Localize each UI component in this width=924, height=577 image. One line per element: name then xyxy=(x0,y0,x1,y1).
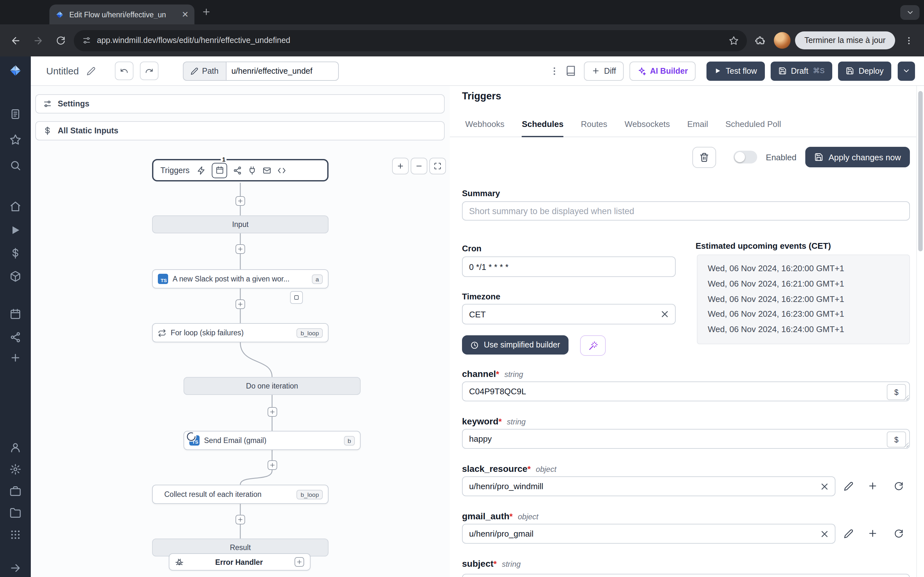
edit-resource-button[interactable] xyxy=(840,525,857,542)
triggers-node[interactable]: Triggers 1 xyxy=(152,159,328,181)
route-trigger-icon[interactable] xyxy=(233,166,242,175)
add-error-handler-button[interactable] xyxy=(294,557,304,567)
webhook-trigger-icon[interactable] xyxy=(197,166,206,175)
panel-scrollbar[interactable] xyxy=(916,86,924,577)
address-bar[interactable]: app.windmill.dev/flows/edit/u/henri/effe… xyxy=(74,30,746,51)
reload-button[interactable] xyxy=(51,31,69,49)
add-resource-button[interactable] xyxy=(864,478,881,494)
cron-input[interactable] xyxy=(462,256,676,277)
extensions-button[interactable] xyxy=(751,31,769,49)
input-node[interactable]: Input xyxy=(152,215,328,234)
refresh-resource-button[interactable] xyxy=(890,525,907,542)
new-tab-button[interactable] xyxy=(202,7,211,17)
deploy-dropdown-button[interactable] xyxy=(898,61,915,81)
tab-schedules[interactable]: Schedules xyxy=(522,111,564,137)
sidebar-item-add[interactable] xyxy=(10,352,21,364)
insert-step-button[interactable] xyxy=(268,407,277,417)
ai-builder-button[interactable]: AI Builder xyxy=(630,61,696,81)
browser-update-button[interactable]: Terminer la mise à jour xyxy=(795,31,895,49)
delete-schedule-button[interactable] xyxy=(692,147,716,168)
undo-button[interactable] xyxy=(115,61,134,80)
error-handler-node[interactable]: Error Handler xyxy=(169,553,310,571)
apply-changes-button[interactable]: Apply changes now xyxy=(806,147,910,167)
path-input[interactable] xyxy=(226,61,338,81)
sidebar-item-variables[interactable] xyxy=(10,247,21,259)
collect-result-node[interactable]: Collect result of each iteration b_loop xyxy=(152,485,328,504)
simplified-builder-button[interactable]: Use simplified builder xyxy=(462,335,569,355)
docs-button[interactable] xyxy=(565,65,577,76)
test-flow-button[interactable]: Test flow xyxy=(706,61,764,81)
sidebar-item-account[interactable] xyxy=(10,442,21,453)
sidebar-item-home[interactable] xyxy=(10,201,21,212)
timezone-input[interactable] xyxy=(462,304,676,324)
forloop-node[interactable]: For loop (skip failures) b_loop xyxy=(152,323,328,342)
sidebar-expand-button[interactable] xyxy=(10,562,21,574)
zoom-in-button[interactable] xyxy=(392,158,409,174)
site-settings-icon[interactable] xyxy=(82,36,91,45)
email-trigger-icon[interactable] xyxy=(263,166,272,175)
tab-email[interactable]: Email xyxy=(687,111,708,137)
insert-step-button[interactable] xyxy=(236,244,245,254)
edit-resource-button[interactable] xyxy=(840,478,857,494)
refresh-resource-button[interactable] xyxy=(890,478,907,494)
sidebar-item-apps[interactable] xyxy=(10,529,21,540)
more-options-button[interactable] xyxy=(549,66,560,76)
scrollbar-thumb[interactable] xyxy=(918,91,923,251)
poll-trigger-icon[interactable] xyxy=(278,166,286,175)
browser-tab[interactable]: Edit Flow u/henri/effective_un ✕ xyxy=(49,5,194,24)
path-button[interactable]: Path xyxy=(183,61,226,81)
edit-title-button[interactable] xyxy=(87,66,95,75)
insert-variable-button[interactable]: $ xyxy=(887,432,906,448)
sidebar-item-folders[interactable] xyxy=(10,507,21,519)
back-button[interactable] xyxy=(6,31,24,49)
windmill-logo[interactable] xyxy=(8,63,23,77)
tab-websockets[interactable]: Websockets xyxy=(625,111,670,137)
insert-step-button[interactable] xyxy=(236,300,245,309)
insert-variable-button[interactable]: $ xyxy=(887,384,906,400)
send-email-node[interactable]: TS Send Email (gmail) b xyxy=(184,431,360,450)
subject-input[interactable] xyxy=(462,574,910,577)
tab-routes[interactable]: Routes xyxy=(581,111,607,137)
zoom-out-button[interactable] xyxy=(411,158,427,174)
sidebar-item-workspace[interactable] xyxy=(10,485,21,497)
browser-menu-button[interactable] xyxy=(900,31,918,49)
add-resource-button[interactable] xyxy=(864,525,881,542)
tab-webhooks[interactable]: Webhooks xyxy=(465,111,504,137)
forward-button[interactable] xyxy=(29,31,47,49)
slack-resource-input[interactable] xyxy=(462,476,835,496)
draft-button[interactable]: Draft ⌘S xyxy=(771,61,832,81)
do-one-iteration-node[interactable]: Do one iteration xyxy=(184,377,360,395)
diff-button[interactable]: Diff xyxy=(584,61,624,81)
channel-input[interactable] xyxy=(462,382,910,401)
sidebar-item-settings[interactable] xyxy=(10,464,21,475)
websocket-trigger-icon[interactable] xyxy=(248,166,257,175)
sidebar-item-routes[interactable] xyxy=(10,332,21,343)
clear-resource-icon[interactable] xyxy=(819,529,830,539)
insert-step-button[interactable] xyxy=(236,196,245,206)
sidebar-item-runs[interactable] xyxy=(10,108,21,120)
redo-button[interactable] xyxy=(140,61,158,80)
summary-input[interactable] xyxy=(462,201,910,221)
keyword-input[interactable] xyxy=(462,429,910,449)
profile-avatar[interactable] xyxy=(774,32,790,49)
bookmark-star-icon[interactable] xyxy=(729,35,738,45)
tab-scheduled-poll[interactable]: Scheduled Poll xyxy=(725,111,781,137)
tab-search-button[interactable] xyxy=(900,5,919,20)
schedule-trigger-selected[interactable]: 1 xyxy=(212,163,228,178)
clear-resource-icon[interactable] xyxy=(819,481,830,492)
insert-step-button[interactable] xyxy=(236,515,245,524)
clear-timezone-icon[interactable] xyxy=(660,309,670,319)
deploy-button[interactable]: Deploy xyxy=(838,61,891,81)
sidebar-item-search[interactable] xyxy=(10,160,21,171)
ai-cron-button[interactable] xyxy=(580,335,606,356)
insert-step-button[interactable] xyxy=(268,460,277,470)
fit-view-button[interactable] xyxy=(429,158,446,174)
enabled-toggle[interactable] xyxy=(733,151,757,163)
gmail-auth-input[interactable] xyxy=(462,524,835,544)
sidebar-item-resources[interactable] xyxy=(10,271,21,282)
sidebar-item-favorites[interactable] xyxy=(10,134,21,145)
sidebar-item-runs-play[interactable] xyxy=(10,224,21,236)
sidebar-item-schedules[interactable] xyxy=(10,308,21,320)
slack-step-node[interactable]: TS A new Slack post with a given wor... … xyxy=(152,269,328,288)
tab-close-icon[interactable]: ✕ xyxy=(182,10,189,19)
